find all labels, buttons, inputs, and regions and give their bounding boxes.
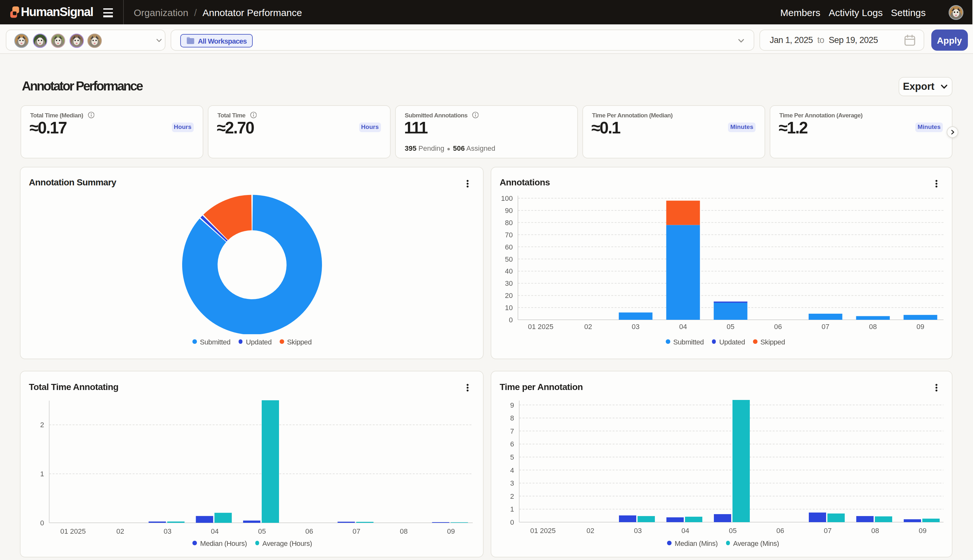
svg-text:08: 08	[400, 527, 408, 535]
svg-text:03: 03	[632, 322, 640, 330]
svg-text:08: 08	[869, 322, 877, 330]
svg-text:07: 07	[352, 527, 360, 535]
svg-text:6: 6	[510, 440, 514, 448]
svg-text:09: 09	[447, 527, 455, 535]
svg-text:1: 1	[510, 505, 514, 513]
svg-text:02: 02	[117, 527, 124, 535]
svg-text:01 2025: 01 2025	[60, 527, 86, 535]
svg-text:03: 03	[163, 527, 171, 535]
svg-text:0: 0	[40, 519, 44, 527]
svg-text:08: 08	[871, 527, 879, 535]
svg-text:01 2025: 01 2025	[530, 527, 556, 535]
svg-text:05: 05	[727, 322, 735, 330]
svg-text:8: 8	[510, 414, 514, 422]
svg-text:90: 90	[505, 206, 513, 214]
svg-text:20: 20	[505, 291, 513, 299]
svg-text:80: 80	[505, 218, 513, 227]
svg-text:02: 02	[586, 527, 594, 535]
svg-text:07: 07	[821, 322, 829, 330]
svg-text:09: 09	[919, 527, 926, 535]
svg-text:0: 0	[510, 518, 514, 526]
svg-text:06: 06	[305, 527, 313, 535]
svg-text:09: 09	[916, 322, 924, 330]
svg-text:04: 04	[211, 527, 218, 535]
svg-text:10: 10	[505, 303, 513, 312]
svg-text:04: 04	[679, 322, 687, 330]
svg-text:06: 06	[776, 527, 784, 535]
svg-text:05: 05	[729, 527, 736, 535]
svg-text:07: 07	[824, 527, 831, 535]
svg-text:40: 40	[505, 267, 513, 275]
svg-text:06: 06	[774, 322, 782, 330]
svg-text:1: 1	[40, 470, 44, 478]
svg-text:50: 50	[505, 255, 513, 263]
svg-text:02: 02	[584, 322, 592, 330]
svg-text:100: 100	[501, 194, 513, 202]
svg-text:5: 5	[510, 453, 514, 461]
svg-text:60: 60	[505, 243, 513, 251]
svg-text:03: 03	[634, 527, 642, 535]
svg-text:7: 7	[510, 427, 514, 435]
svg-text:05: 05	[258, 527, 266, 535]
svg-text:04: 04	[681, 527, 689, 535]
svg-text:0: 0	[509, 316, 513, 323]
svg-text:70: 70	[505, 231, 513, 238]
svg-text:2: 2	[510, 492, 514, 500]
svg-text:3: 3	[510, 479, 514, 487]
svg-text:30: 30	[505, 279, 513, 287]
svg-text:01 2025: 01 2025	[528, 322, 553, 330]
svg-text:2: 2	[40, 421, 44, 429]
svg-text:9: 9	[510, 401, 514, 409]
svg-text:4: 4	[510, 466, 514, 474]
